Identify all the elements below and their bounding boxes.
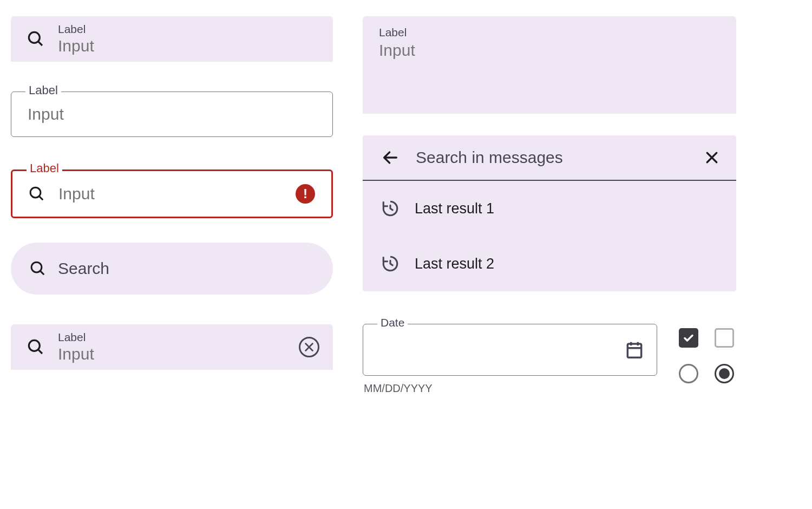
search-result-item[interactable]: Last result 2 xyxy=(363,236,736,291)
back-arrow-icon[interactable] xyxy=(381,148,400,167)
search-placeholder: Search xyxy=(58,259,109,278)
result-label: Last result 2 xyxy=(415,256,494,272)
clear-icon[interactable] xyxy=(299,337,319,357)
field-stack: Label xyxy=(58,23,319,55)
left-column: Label Label Label ! Search Label xyxy=(11,16,333,395)
search-icon xyxy=(27,338,44,356)
search-icon xyxy=(27,30,44,48)
history-icon xyxy=(381,199,400,218)
filled-text-field-with-clear[interactable]: Label xyxy=(11,324,333,370)
field-stack: Label xyxy=(58,331,285,363)
checkbox-unchecked[interactable] xyxy=(715,328,734,348)
search-icon xyxy=(29,186,45,202)
date-field-wrapper: Date MM/DD/YYYY xyxy=(363,324,657,395)
svg-rect-0 xyxy=(627,344,641,357)
field-input[interactable] xyxy=(58,36,319,55)
filled-text-area[interactable]: Label Input xyxy=(363,16,736,114)
checkbox-checked[interactable] xyxy=(679,328,698,348)
field-label: Label xyxy=(379,26,720,39)
field-label: Label xyxy=(58,331,285,344)
date-row: Date MM/DD/YYYY xyxy=(363,324,736,395)
date-input[interactable] xyxy=(379,342,611,358)
field-label: Date xyxy=(377,316,408,329)
search-bar-pill[interactable]: Search xyxy=(11,243,333,295)
search-results-panel: Search in messages Last result 1 Last re… xyxy=(363,135,736,291)
selection-controls xyxy=(679,324,736,386)
date-text-field[interactable]: Date xyxy=(363,324,657,376)
search-icon xyxy=(30,260,46,277)
outlined-text-field[interactable]: Label xyxy=(11,92,333,137)
history-icon xyxy=(381,255,400,273)
field-input[interactable]: Input xyxy=(379,39,720,60)
field-input[interactable] xyxy=(58,344,285,363)
close-icon[interactable] xyxy=(704,149,720,166)
field-label: Label xyxy=(27,161,62,175)
search-bar: Search in messages xyxy=(363,135,736,181)
field-label: Label xyxy=(58,23,319,36)
search-result-item[interactable]: Last result 1 xyxy=(363,181,736,236)
radio-selected[interactable] xyxy=(715,364,734,383)
field-label: Label xyxy=(25,83,61,97)
right-column: Label Input Search in messages Last resu… xyxy=(363,16,736,395)
result-label: Last result 1 xyxy=(415,200,494,217)
error-icon: ! xyxy=(296,184,315,204)
outlined-text-field-error[interactable]: Label ! xyxy=(11,169,333,218)
search-placeholder[interactable]: Search in messages xyxy=(416,148,687,167)
calendar-icon[interactable] xyxy=(624,340,645,360)
field-input[interactable] xyxy=(28,105,316,123)
field-input[interactable] xyxy=(58,185,282,203)
filled-text-field[interactable]: Label xyxy=(11,16,333,62)
date-helper-text: MM/DD/YYYY xyxy=(363,382,657,395)
radio-unselected[interactable] xyxy=(679,364,698,383)
